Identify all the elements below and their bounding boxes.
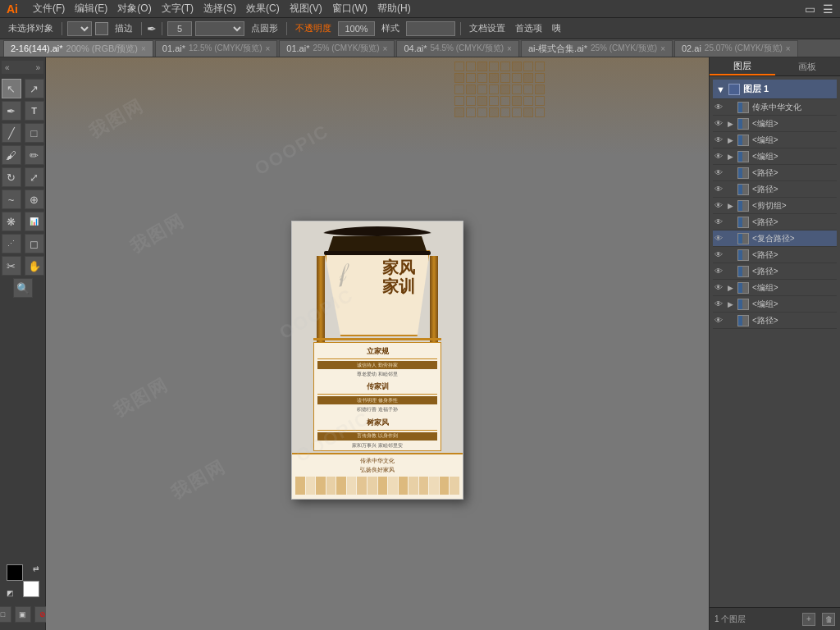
scissors-tool[interactable]: ✂ [2,256,21,276]
select-tool[interactable]: ↖ [2,79,21,98]
canvas-area[interactable]: 我图网 OOOPIC 我图网 OOOPIC 我图网 OOOPIC 我图网 [46,57,709,630]
scale-tool[interactable]: ⤢ [25,167,44,187]
stroke-color-box[interactable] [95,22,108,35]
line-tool[interactable]: ╱ [2,123,21,143]
zoom-tool[interactable]: 🔍 [13,278,33,298]
visibility-eye-7[interactable]: 👁 [714,217,726,226]
gradient-mode[interactable]: ▣ [15,606,31,623]
layer-item-9[interactable]: 👁 <路径> [713,247,837,263]
visibility-eye-2[interactable]: 👁 [714,135,726,144]
layer-main[interactable]: ▼ 图层 1 [713,80,837,99]
text-tool[interactable]: T [25,101,44,121]
style-input[interactable] [406,21,455,36]
fill-color-mode[interactable]: □ [0,606,11,623]
layer-item-13[interactable]: 👁 <路径> [713,313,837,329]
layer-name-5: <路径> [752,184,835,195]
menu-file[interactable]: 文件(F) [33,2,65,16]
menu-window[interactable]: 窗口(W) [332,2,368,16]
tab-5-close[interactable]: × [786,44,791,53]
expand-arrow-2[interactable]: ▶ [728,136,736,144]
visibility-eye-6[interactable]: 👁 [714,201,726,210]
symbol-tool[interactable]: ❋ [2,212,21,231]
menu-edit[interactable]: 编辑(E) [75,2,107,16]
tab-2[interactable]: 01.ai* 25% (CMYK/预览) × [279,40,395,57]
default-colors-icon[interactable]: ◩ [7,589,14,597]
paintbrush-tool[interactable]: 🖌 [2,145,21,165]
fg-color-swatch[interactable] [7,564,23,581]
free-transform-tool[interactable]: ⊕ [25,189,44,209]
layer-item-8[interactable]: 👁 <复合路径> [713,231,837,247]
menu-help[interactable]: 帮助(H) [377,2,411,16]
column-chart-tool[interactable]: 📊 [25,212,44,231]
layer-item-2[interactable]: 👁 ▶ <编组> [713,132,837,148]
stroke-select[interactable] [67,21,92,36]
layer-item-7[interactable]: 👁 <路径> [713,214,837,231]
bg-color-swatch[interactable] [23,581,39,597]
layer-item-4[interactable]: 👁 <路径> [713,165,837,181]
visibility-eye-1[interactable]: 👁 [714,119,726,128]
visibility-eye-12[interactable]: 👁 [714,299,726,308]
tab-0[interactable]: 2-16(144).ai* 200% (RGB/预览) × [3,40,153,57]
visibility-eye-5[interactable]: 👁 [714,185,726,194]
tab-0-close[interactable]: × [141,44,146,53]
menu-select[interactable]: 选择(S) [203,2,236,16]
visibility-eye-11[interactable]: 👁 [714,283,726,292]
menu-text[interactable]: 文字(T) [162,2,194,16]
warp-tool[interactable]: ~ [2,189,21,209]
hand-tool[interactable]: ✋ [25,256,44,276]
doc-settings-btn[interactable]: 文档设置 [466,21,509,36]
visibility-eye-8[interactable]: 👁 [714,234,726,243]
pts-input[interactable] [167,21,192,36]
visibility-eye-4[interactable]: 👁 [714,168,726,177]
layer-item-5[interactable]: 👁 <路径> [713,181,837,198]
menu-object[interactable]: 对象(O) [117,2,151,16]
layer-item-3[interactable]: 👁 ▶ <编组> [713,148,837,165]
menu-effect[interactable]: 效果(C) [246,2,280,16]
layer-item-11[interactable]: 👁 ▶ <编组> [713,280,837,296]
expand-arrow-6[interactable]: ▶ [728,202,736,210]
direct-select-tool[interactable]: ↗ [25,79,44,98]
tab-4-close[interactable]: × [660,44,665,53]
tab-5[interactable]: 02.ai 25.07% (CMYK/预览) × [674,40,798,57]
visibility-eye-0[interactable]: 👁 [714,103,726,112]
pen-icon[interactable]: ✒ [147,22,157,35]
layer-item-0[interactable]: 👁 传承中华文化 [713,99,837,116]
minimize-icon[interactable]: ▭ [805,2,815,16]
layer-item-1[interactable]: 👁 ▶ <编组> [713,116,837,132]
swap-colors-icon[interactable]: ⇄ [33,564,39,573]
slice-tool[interactable]: ⋰ [2,234,21,253]
delete-layer-btn[interactable]: 🗑 [822,613,835,626]
layer-item-10[interactable]: 👁 <路径> [713,263,837,280]
expand-arrow-1[interactable]: ▶ [728,120,736,128]
pen-tool[interactable]: ✒ [2,101,21,121]
pencil-tool[interactable]: ✏ [25,145,44,165]
layer-item-12[interactable]: 👁 ▶ <编组> [713,296,837,313]
tab-3[interactable]: 04.ai* 54.5% (CMYK/预览) × [396,40,518,57]
more-btn[interactable]: 咦 [549,21,564,36]
tab-3-close[interactable]: × [507,44,512,53]
tab-1-close[interactable]: × [265,44,270,53]
menu-view[interactable]: 视图(V) [290,2,322,16]
menu-icon[interactable]: ☰ [823,2,833,16]
layer-thumbnail-0 [737,102,749,113]
visibility-eye-9[interactable]: 👁 [714,250,726,259]
visibility-eye-13[interactable]: 👁 [714,316,726,325]
tab-1[interactable]: 01.ai* 12.5% (CMYK/预览) × [155,40,277,57]
expand-arrow-3[interactable]: ▶ [728,153,736,161]
tab-artboards[interactable]: 画板 [775,57,841,75]
shape-select[interactable] [195,21,244,36]
expand-arrow-11[interactable]: ▶ [728,284,736,292]
shape-tool[interactable]: □ [25,123,44,143]
layer-item-6[interactable]: 👁 ▶ <剪切组> [713,198,837,214]
tab-4[interactable]: ai-模式合集.ai* 25% (CMYK/预览) × [521,40,673,57]
tab-layers[interactable]: 图层 [710,57,775,75]
eraser-tool[interactable]: ◻ [25,234,44,253]
new-layer-btn[interactable]: + [802,613,815,626]
rotate-tool[interactable]: ↻ [2,167,21,187]
tab-2-close[interactable]: × [383,44,388,53]
opacity-input[interactable] [338,21,375,36]
visibility-eye-3[interactable]: 👁 [714,152,726,161]
expand-arrow-12[interactable]: ▶ [728,300,736,308]
preferences-btn[interactable]: 首选项 [512,21,546,36]
visibility-eye-10[interactable]: 👁 [714,267,726,276]
